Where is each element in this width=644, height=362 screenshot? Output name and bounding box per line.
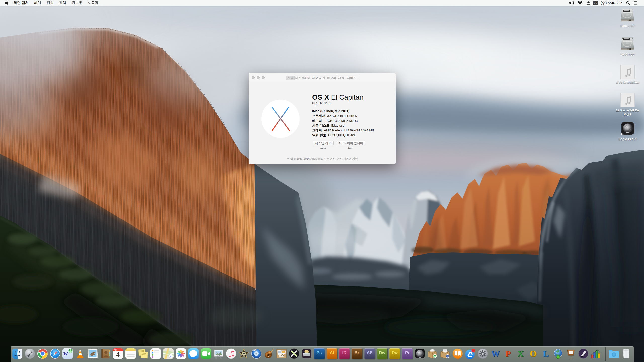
svg-text:3D: 3D [170, 355, 172, 358]
svg-text:G: G [447, 355, 448, 357]
svg-text:27: 27 [472, 349, 475, 352]
svg-text:G: G [434, 355, 436, 357]
